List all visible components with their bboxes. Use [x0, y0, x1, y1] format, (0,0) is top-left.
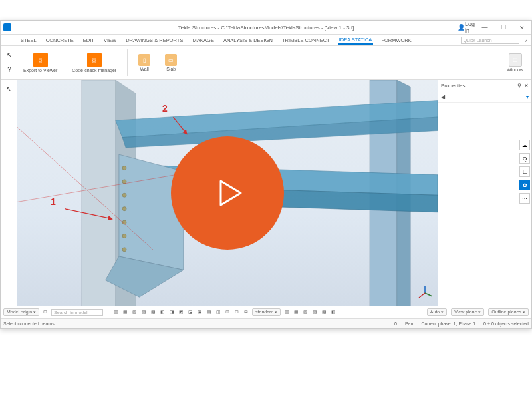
tab-steel[interactable]: STEEL [19, 37, 38, 44]
view-plane-dropdown[interactable]: View plane ▾ [451, 308, 484, 316]
tab-edit[interactable]: EDIT [82, 37, 96, 44]
side-icon-2[interactable]: Q [519, 153, 530, 164]
help-icon[interactable]: ? [525, 37, 527, 43]
toolbar-icon-c[interactable]: ▧ [131, 309, 138, 315]
standard-dropdown[interactable]: standard ▾ [252, 308, 281, 316]
svg-point-12 [122, 193, 126, 197]
tab-analysis[interactable]: ANALYSIS & DESIGN [222, 37, 274, 44]
ribbon-export-viewer[interactable]: ⌼ Export to Viewer [19, 51, 61, 74]
menubar-right: Quick Launch ? [461, 37, 527, 44]
slab-label: Slab [166, 67, 176, 71]
search-in-model-input[interactable]: Search in model [51, 309, 103, 316]
svg-point-13 [122, 207, 126, 211]
properties-body [438, 103, 531, 306]
back-icon[interactable]: ◀ [441, 94, 445, 100]
minimize-button[interactable]: — [478, 23, 491, 32]
toolbar-icon-s[interactable]: ▨ [311, 309, 318, 315]
auto-dropdown[interactable]: Auto ▾ [427, 308, 447, 316]
filter-icon[interactable]: ▾ [526, 94, 529, 100]
status-bar-toolbar: Model origin ▾ ⊡ Search in model ▥ ▦ ▧ ▨… [1, 306, 531, 318]
close-button[interactable]: ⨯ [515, 23, 529, 32]
toolbar-icon-b[interactable]: ▦ [122, 309, 128, 315]
side-icon-3[interactable]: ☐ [519, 166, 530, 177]
current-phase: Current phase: 1, Phase 1 [421, 321, 475, 326]
standard-label: standard [255, 310, 273, 314]
login-label: Log in [465, 21, 475, 34]
title-bar-right: 👤 Log in — ☐ ⨯ [460, 23, 531, 32]
ribbon-window[interactable]: ☐ Window [503, 52, 527, 73]
snap-icon-1[interactable]: ⊡ [42, 309, 49, 315]
toolbar-icon-h[interactable]: ◩ [178, 309, 184, 315]
toolbar-icon-k[interactable]: ▤ [205, 309, 212, 315]
side-icon-1[interactable]: ☁ [519, 140, 530, 150]
ribbon: ↖ ? ⌼ Export to Viewer ⌼ Code-check mana… [1, 46, 531, 80]
toolbar-icon-e[interactable]: ▩ [150, 309, 156, 315]
model-origin-dropdown[interactable]: Model origin ▾ [3, 308, 39, 316]
left-toolbar: ↖ [1, 80, 17, 306]
slab-icon: ▭ [165, 54, 177, 66]
ribbon-code-check[interactable]: ⌼ Code-check manager [68, 51, 120, 74]
toolbar-icon-d[interactable]: ▨ [140, 309, 147, 315]
axis-gizmo-icon[interactable] [416, 284, 434, 302]
login-button[interactable]: 👤 Log in [460, 23, 473, 32]
side-icon-4[interactable]: ✿ [519, 180, 530, 190]
toolbar-icon-f[interactable]: ◧ [159, 309, 166, 315]
toolbar-icon-m[interactable]: ⊞ [224, 309, 231, 315]
body: ↖ [1, 80, 531, 306]
side-icon-5[interactable]: ⋯ [519, 193, 530, 204]
properties-title: Properties [441, 83, 465, 89]
tab-drawings[interactable]: DRAWINGS & REPORTS [124, 37, 184, 44]
wall-icon: ▯ [138, 54, 150, 66]
toolbar-icon-j[interactable]: ▣ [196, 309, 203, 315]
ribbon-wall[interactable]: ▯ Wall [134, 53, 154, 73]
outline-planes-label: Outline planes [491, 310, 521, 314]
toolbar-icon-i[interactable]: ◪ [187, 309, 194, 315]
window-icon: ☐ [509, 53, 522, 67]
code-check-icon: ⌼ [87, 53, 102, 67]
side-icon-stack: ☁ Q ☐ ✿ ⋯ [519, 140, 530, 204]
tab-view[interactable]: VIEW [102, 37, 118, 44]
tab-formwork[interactable]: FORMWORK [380, 37, 412, 44]
play-icon [207, 173, 247, 213]
status-footer-right: 0 Pan Current phase: 1, Phase 1 0 + 0 ob… [394, 321, 529, 326]
tab-idea-statica[interactable]: IDEA STATICA [338, 36, 374, 45]
tab-trimble[interactable]: TRIMBLE CONNECT [281, 37, 331, 44]
tab-manage[interactable]: MANAGE [191, 37, 215, 44]
svg-point-16 [122, 248, 126, 252]
code-check-label: Code-check manager [72, 68, 116, 73]
maximize-button[interactable]: ☐ [497, 23, 510, 32]
tool2-icon[interactable]: ? [3, 63, 15, 75]
toolbar-icon-g[interactable]: ◨ [168, 309, 175, 315]
model-origin-label: Model origin [7, 310, 32, 314]
play-button[interactable] [171, 136, 284, 250]
toolbar-icon-u[interactable]: ◧ [330, 309, 336, 315]
3d-viewport[interactable]: 1 2 3 [17, 80, 438, 306]
toolbar-icon-r[interactable]: ▧ [302, 309, 309, 315]
app-icon [3, 23, 11, 31]
toolbar-icon-l[interactable]: ◫ [215, 309, 221, 315]
toolbar-icon-n[interactable]: ⊟ [233, 309, 240, 315]
toolbar-icon-q[interactable]: ▦ [293, 309, 299, 315]
select-tool-icon[interactable]: ↖ [3, 83, 15, 95]
toolbar-icon-p[interactable]: ▥ [283, 309, 290, 315]
pin-icon[interactable]: ⚲ [517, 83, 521, 89]
window-title: Tekla Structures - C:\TeklaStructuresMod… [178, 25, 354, 31]
ribbon-slab[interactable]: ▭ Slab [161, 53, 181, 73]
pan-mode: Pan [405, 321, 413, 326]
outline-planes-dropdown[interactable]: Outline planes ▾ [488, 308, 529, 316]
annotation-2: 2 [162, 103, 168, 114]
tab-concrete[interactable]: CONCRETE [45, 37, 75, 44]
toolbar-icon-t[interactable]: ▩ [321, 309, 327, 315]
toolbar-icon-a[interactable]: ▥ [112, 309, 119, 315]
toolbar-icon-o[interactable]: ⊠ [243, 309, 249, 315]
close-panel-icon[interactable]: ✕ [524, 83, 529, 89]
window-label: Window [507, 67, 523, 72]
status-prompt: Select connected beams [3, 321, 55, 326]
svg-point-11 [122, 180, 126, 184]
svg-marker-25 [221, 181, 241, 205]
cursor-tool-icon[interactable]: ↖ [3, 49, 15, 61]
quick-launch-input[interactable]: Quick Launch [461, 37, 519, 44]
svg-point-10 [122, 166, 126, 170]
export-viewer-icon: ⌼ [33, 53, 48, 67]
view-plane-label: View plane [454, 310, 477, 314]
